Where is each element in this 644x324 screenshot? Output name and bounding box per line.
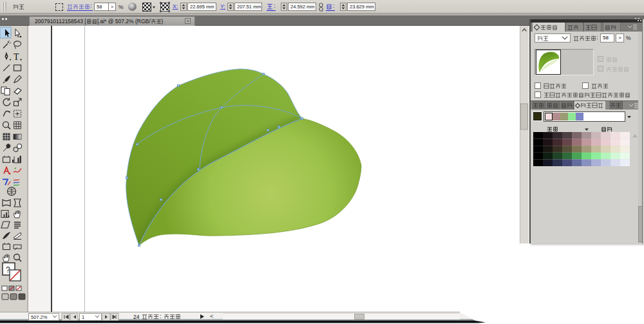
svg-text:T: T: [14, 52, 19, 62]
svg-text:1: 1: [82, 314, 84, 320]
svg-text:24: 24: [133, 314, 140, 320]
svg-text:507.2%: 507.2%: [31, 314, 48, 320]
